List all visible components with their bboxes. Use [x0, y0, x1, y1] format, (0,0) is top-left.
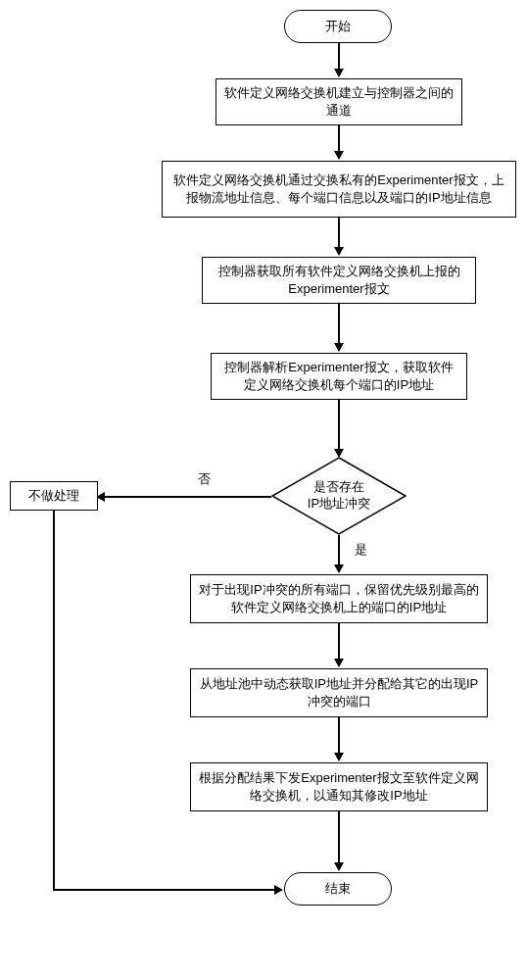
decision-node: 是否存在IP地址冲突 [271, 457, 407, 535]
process-node: 控制器解析Experimenter报文，获取软件定义网络交换机每个端口的IP地址 [211, 353, 467, 400]
edge [338, 623, 340, 661]
start-node: 开始 [284, 10, 392, 43]
arrowhead [334, 343, 344, 352]
node-text: 从地址池中动态获取IP地址并分配给其它的出现IP冲突的端口 [199, 675, 479, 710]
process-node: 从地址池中动态获取IP地址并分配给其它的出现IP冲突的端口 [190, 668, 488, 717]
process-node: 软件定义网络交换机建立与控制器之间的通道 [216, 78, 462, 125]
edge [338, 125, 340, 153]
process-node: 对于出现IP冲突的所有端口，保留优先级别最高的软件定义网络交换机上的端口的IP地… [190, 574, 488, 623]
node-text: 控制器获取所有软件定义网络交换机上报的Experimenter报文 [211, 263, 467, 298]
arrowhead [274, 885, 283, 895]
edge [53, 889, 276, 891]
end-node: 结束 [284, 872, 392, 906]
arrowhead [334, 247, 344, 256]
process-node: 根据分配结果下发Experimenter报文至软件定义网络交换机，以通知其修改I… [190, 762, 488, 811]
arrowhead [334, 69, 344, 77]
edge [338, 535, 340, 566]
flowchart-container: 开始 软件定义网络交换机建立与控制器之间的通道 软件定义网络交换机通过交换私有的… [10, 10, 517, 970]
process-node: 软件定义网络交换机通过交换私有的Experimenter报文，上报物流地址信息、… [162, 161, 516, 218]
arrowhead [334, 753, 344, 761]
edge [338, 717, 340, 755]
edge-label-yes: 是 [355, 541, 367, 559]
arrowhead [334, 564, 344, 573]
node-text: 控制器解析Experimenter报文，获取软件定义网络交换机每个端口的IP地址 [219, 359, 458, 394]
edge-label-no: 否 [198, 470, 211, 488]
node-text: 对于出现IP冲突的所有端口，保留优先级别最高的软件定义网络交换机上的端口的IP地… [199, 581, 479, 616]
node-text: 软件定义网络交换机通过交换私有的Experimenter报文，上报物流地址信息、… [170, 172, 507, 207]
arrowhead [334, 659, 344, 667]
edge [53, 511, 55, 889]
edge [103, 496, 271, 498]
edge [338, 304, 340, 345]
edge [338, 218, 340, 249]
edge [338, 43, 340, 71]
node-text: 根据分配结果下发Experimenter报文至软件定义网络交换机，以通知其修改I… [199, 769, 479, 805]
node-text: 不做处理 [28, 487, 79, 505]
arrowhead [334, 151, 344, 160]
edge [338, 811, 340, 864]
process-node-noop: 不做处理 [10, 481, 98, 511]
edge [338, 400, 340, 451]
node-text: 软件定义网络交换机建立与控制器之间的通道 [224, 84, 454, 120]
start-label: 开始 [325, 18, 351, 35]
decision-text: 是否存在IP地址冲突 [308, 479, 370, 513]
process-node: 控制器获取所有软件定义网络交换机上报的Experimenter报文 [202, 257, 476, 304]
end-label: 结束 [325, 880, 351, 898]
arrowhead [334, 862, 344, 871]
